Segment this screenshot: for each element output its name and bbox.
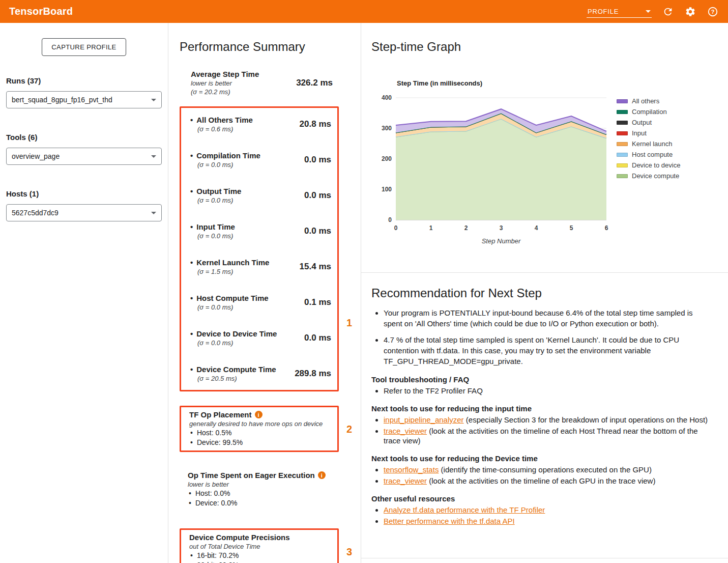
legend-item: Compilation [617,106,680,117]
runs-label: Runs (37) [6,76,162,85]
metric-row: All Others Time (σ = 0.6 ms) 20.8 ms [181,115,337,133]
section-list: tensorflow_stats (identify the time-cons… [371,465,713,486]
metric-label: Output Time [190,186,241,196]
device-compute-precisions-subtitle: out of Total Device Time [189,542,332,551]
list-item-text: (look at the activities on the timeline … [427,476,655,485]
section-heading-faq: Tool troubleshooting / FAQ [371,375,713,384]
metric-label: Kernel Launch Time [190,258,269,267]
eager-execution-title: Op Time Spent on Eager Execution [188,470,315,480]
annotation-number-2: 2 [346,423,352,435]
link-tensorflow-stats[interactable]: tensorflow_stats [384,465,439,474]
legend-item: Input [617,128,680,138]
metric-sigma: (σ = 20.5 ms) [190,374,276,383]
step-time-breakdown-box: All Others Time (σ = 0.6 ms) 20.8 ms Com… [180,106,339,391]
link-tfdata-api[interactable]: Better performance with the tf.data API [384,517,515,525]
eager-host-value: Host: 0.0% [188,489,334,498]
legend-item: Host compute [617,149,680,160]
recommendation-bullet: Your program is POTENTIALLY input-bound … [384,307,713,329]
metric-value: 0.0 ms [304,190,331,201]
legend-label: All others [632,97,659,105]
section-heading-resources: Other useful resources [371,494,713,503]
metric-label: Host Compute Time [190,293,269,303]
legend-swatch [617,163,628,167]
legend-label: Host compute [632,151,673,158]
metric-sigma: (σ = 20.2 ms) [191,88,259,96]
help-button[interactable]: ? [707,6,719,18]
svg-text:4: 4 [535,224,538,232]
link-trace-viewer-gpu[interactable]: trace_viewer [384,476,427,485]
legend-label: Compilation [632,108,667,116]
metric-value: 0.1 ms [304,297,331,307]
recommendation-title: Recommendation for Next Step [371,286,713,300]
legend-swatch [617,99,628,103]
dashboard-select[interactable]: PROFILE [587,6,652,18]
tools-select[interactable]: overview_page [6,148,162,165]
capture-profile-button[interactable]: CAPTURE PROFILE [42,38,126,56]
svg-text:2: 2 [464,224,468,232]
metric-label: Device to Device Time [190,329,277,339]
list-item-text: (look at the activities on the timeline … [384,427,698,445]
chart-area: 01002003004000123456Step Number All othe… [371,91,718,248]
info-icon[interactable] [318,471,326,479]
eager-execution-block: Op Time Spent on Eager Execution lower i… [180,470,339,508]
metric-row: Kernel Launch Time (σ = 1.5 ms) 15.4 ms [181,258,337,276]
tf-op-placement-title: TF Op Placement [189,410,252,419]
tf-op-placement-box: TF Op Placement generally desired to hav… [180,406,339,452]
info-icon[interactable] [255,411,263,418]
refresh-button[interactable] [662,6,674,18]
metric-sigma: (σ = 0.6 ms) [190,125,253,133]
precision-32bit-value: 32-bit: 29.8% [189,560,332,563]
annotated-region-2: TF Op Placement generally desired to hav… [180,406,339,452]
legend-item: Device compute [617,171,680,181]
section-heading-device-time: Next tools to use for reducing the Devic… [371,454,713,463]
list-item-text: Refer to the TF2 Profiler FAQ [384,386,483,395]
refresh-icon [662,6,674,17]
hosts-select-value: 5627c5dd7dc9 [12,209,59,217]
settings-button[interactable] [684,6,696,18]
legend-label: Input [632,129,647,137]
runs-select[interactable]: bert_squad_8gpu_fp16_pvt_thd [6,91,162,108]
legend-label: Device to device [632,161,680,169]
list-item: Better performance with the tf.data API [384,516,713,526]
legend-label: Kernel launch [632,140,673,148]
device-compute-precisions-box: Device Compute Precisions out of Total D… [180,528,339,563]
help-icon: ? [707,6,718,17]
chevron-down-icon [151,99,156,101]
list-item: trace_viewer (look at the activities on … [384,426,713,445]
section-list: input_pipeline_analyzer (especially Sect… [371,415,713,445]
svg-text:0: 0 [394,224,398,232]
chevron-down-icon [151,155,156,158]
eager-execution-subtitle: lower is better [188,480,334,489]
metric-sigma: (σ = 0.0 ms) [190,196,241,205]
runs-select-value: bert_squad_8gpu_fp16_pvt_thd [12,96,112,104]
section-heading-input-time: Next tools to use for reducing the input… [371,404,713,413]
list-item: tensorflow_stats (identify the time-cons… [384,465,713,474]
chevron-down-icon [151,212,156,214]
svg-text:300: 300 [382,125,392,132]
performance-summary-panel: Performance Summary Average Step Time lo… [168,23,361,563]
hosts-select[interactable]: 5627c5dd7dc9 [6,204,162,221]
chart-title: Step Time (in milliseconds) [397,79,718,87]
tools-group: Tools (6) overview_page [6,133,162,165]
link-input-pipeline-analyzer[interactable]: input_pipeline_analyzer [384,415,464,424]
device-compute-precisions-title: Device Compute Precisions [189,532,290,542]
step-time-graph-title: Step-time Graph [371,40,718,54]
recommendation-bullet: 4.7 % of the total step time sampled is … [384,334,713,367]
svg-text:Step Number: Step Number [482,237,521,245]
tf-op-device-value: Device: 99.5% [189,438,332,447]
sidebar: CAPTURE PROFILE Runs (37) bert_squad_8gp… [0,23,168,563]
link-trace-viewer-host[interactable]: trace_viewer [384,427,427,435]
eager-device-value: Device: 0.0% [188,498,334,508]
legend-swatch [617,131,628,135]
chevron-down-icon [646,10,651,13]
chart-legend: All othersCompilationOutputInputKernel l… [617,96,680,248]
annotation-number-3: 3 [346,546,352,557]
link-tfdata-performance[interactable]: Analyze tf.data performance with the TF … [384,505,545,514]
svg-text:200: 200 [382,155,392,162]
metric-row: Input Time (σ = 0.0 ms) 0.0 ms [181,222,337,240]
list-item-text: (especially Section 3 for the breakdown … [464,415,708,424]
metric-label: Input Time [190,222,235,232]
svg-text:1: 1 [429,224,433,232]
metric-row: Output Time (σ = 0.0 ms) 0.0 ms [181,186,337,205]
annotation-number-1: 1 [346,317,352,329]
